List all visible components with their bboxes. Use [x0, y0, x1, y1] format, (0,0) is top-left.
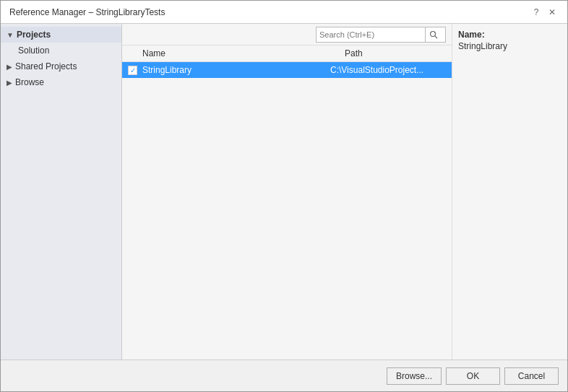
column-header-path: Path [345, 48, 446, 58]
sidebar-item-browse[interactable]: ▶ Browse [1, 74, 121, 90]
row-path: C:\VisualStudioProject... [330, 65, 446, 75]
svg-point-0 [430, 31, 435, 36]
dialog-title: Reference Manager – StringLibraryTests [9, 7, 165, 17]
detail-panel: Name: StringLibrary [452, 24, 567, 360]
right-panel-area: Name Path ✓ StringLibrary C:\VisualStudi… [122, 24, 567, 360]
row-checkbox[interactable]: ✓ [128, 66, 137, 75]
sidebar-projects-label: Projects [17, 30, 51, 40]
checkbox-cell: ✓ [128, 66, 142, 75]
main-content: Name Path ✓ StringLibrary C:\VisualStudi… [122, 24, 452, 360]
detail-name-value: StringLibrary [458, 41, 561, 51]
footer: Browse... OK Cancel [1, 360, 567, 391]
row-name: StringLibrary [142, 65, 330, 75]
search-button[interactable] [425, 27, 441, 43]
search-box[interactable] [316, 27, 446, 43]
dialog: Reference Manager – StringLibraryTests ?… [0, 0, 568, 392]
detail-name-label: Name: [458, 30, 561, 40]
sidebar-shared-projects-label: Shared Projects [15, 61, 77, 71]
browse-button[interactable]: Browse... [387, 367, 442, 385]
table-row[interactable]: ✓ StringLibrary C:\VisualStudioProject..… [122, 62, 452, 78]
close-button[interactable]: ✕ [546, 6, 559, 19]
help-button[interactable]: ? [530, 6, 543, 19]
search-input[interactable] [317, 30, 425, 39]
search-icon [429, 30, 438, 39]
content-area: ▼ Projects Solution ▶ Shared Projects ▶ … [1, 24, 567, 360]
title-bar-left: Reference Manager – StringLibraryTests [9, 7, 165, 17]
title-bar: Reference Manager – StringLibraryTests ?… [1, 1, 567, 24]
ok-button[interactable]: OK [446, 367, 500, 385]
sidebar-projects-header[interactable]: ▼ Projects [1, 27, 121, 43]
browse-arrow-icon: ▶ [7, 79, 12, 87]
sidebar: ▼ Projects Solution ▶ Shared Projects ▶ … [1, 24, 122, 360]
shared-projects-arrow-icon: ▶ [7, 63, 12, 71]
table-container: Name Path ✓ StringLibrary C:\VisualStudi… [122, 45, 452, 360]
sidebar-item-solution[interactable]: Solution [1, 43, 121, 58]
sidebar-solution-label: Solution [18, 45, 49, 56]
sidebar-item-shared-projects[interactable]: ▶ Shared Projects [1, 58, 121, 74]
table-header: Name Path [122, 45, 452, 62]
sidebar-browse-label: Browse [15, 77, 44, 87]
cancel-button[interactable]: Cancel [504, 367, 559, 385]
column-header-name: Name [142, 48, 345, 58]
title-bar-right: ? ✕ [530, 6, 559, 19]
svg-line-1 [434, 35, 436, 38]
projects-arrow-icon: ▼ [7, 31, 14, 39]
main-toolbar [122, 24, 452, 45]
